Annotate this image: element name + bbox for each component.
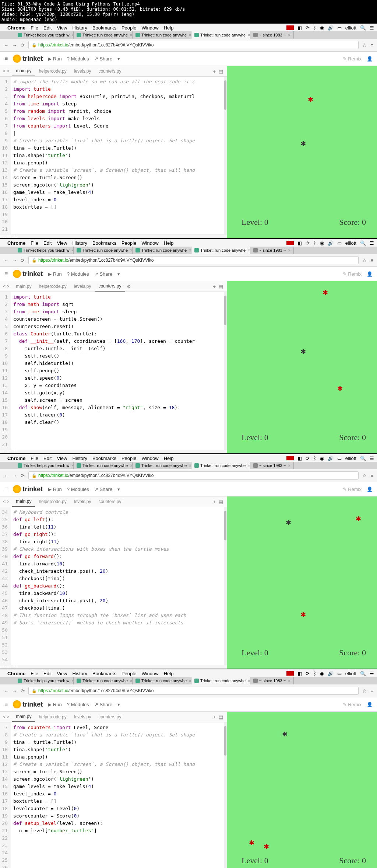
menu-item[interactable]: Window	[141, 25, 158, 31]
trinket-logo[interactable]: trinket	[13, 270, 43, 278]
scrollbar-horizontal[interactable]	[0, 234, 227, 238]
hamburger-icon[interactable]: ≡	[4, 701, 8, 708]
user-icon[interactable]: 👤	[367, 271, 373, 277]
hamburger-icon[interactable]: ≡	[4, 271, 8, 277]
remix-button[interactable]: ✎ Remix	[343, 487, 362, 492]
menu-item[interactable]: Help	[164, 25, 174, 31]
browser-tab[interactable]: Trinket helps you teach w×	[15, 247, 74, 254]
wifi-icon[interactable]: ◉	[320, 240, 324, 246]
scrollbar-horizontal[interactable]	[0, 665, 227, 669]
close-icon[interactable]: ×	[248, 463, 250, 468]
file-tab[interactable]: levels.py	[70, 66, 95, 76]
menu-item[interactable]: View	[57, 456, 67, 461]
menu-item[interactable]: Help	[164, 240, 174, 246]
battery-icon[interactable]: ▭	[337, 240, 342, 246]
bluetooth-icon[interactable]: ᛒ	[313, 671, 316, 676]
search-icon[interactable]: 🔍	[360, 240, 366, 246]
user-icon[interactable]: 👤	[367, 487, 373, 492]
menu-icon[interactable]: ☰	[370, 456, 374, 461]
close-icon[interactable]: ×	[189, 248, 191, 252]
star-icon[interactable]: ☆	[362, 258, 367, 263]
close-icon[interactable]: ×	[189, 33, 191, 37]
remix-button[interactable]: ✎ Remix	[343, 56, 362, 62]
url-input[interactable]: 🔒https://trinket.io/embed/python/1cc827b…	[28, 687, 359, 695]
menu-item[interactable]: File	[31, 456, 38, 461]
menu-item[interactable]: People	[121, 25, 136, 31]
file-tab[interactable]: levels.py	[70, 712, 95, 722]
scrollbar-vertical[interactable]	[224, 507, 227, 665]
app-name[interactable]: Chrome	[7, 240, 25, 246]
menu-item[interactable]: View	[57, 671, 67, 676]
forward-button[interactable]: →	[12, 42, 17, 48]
bluetooth-icon[interactable]: ᛒ	[313, 25, 316, 31]
close-icon[interactable]: ×	[130, 463, 132, 468]
volume-icon[interactable]: 🔊	[328, 240, 334, 246]
turtle-output[interactable]: ✱✱✱Level: 0Score: 0	[227, 712, 377, 868]
share-button[interactable]: ↗ Share	[94, 56, 112, 62]
status-icon[interactable]: ⟳	[306, 25, 310, 31]
menu-item[interactable]: File	[31, 25, 38, 31]
wifi-icon[interactable]: ◉	[320, 456, 324, 461]
file-icon[interactable]: ▤	[219, 284, 223, 289]
menu-icon[interactable]: ☰	[370, 671, 374, 676]
menu-item[interactable]: File	[31, 671, 38, 676]
app-name[interactable]: Chrome	[7, 25, 25, 31]
close-icon[interactable]: ×	[189, 463, 191, 468]
menu-item[interactable]: History	[72, 671, 87, 676]
file-tab[interactable]: counters.py	[95, 497, 125, 506]
close-icon[interactable]: ×	[130, 248, 132, 252]
browser-tab[interactable]: Trinket: run code anywhe×	[74, 677, 133, 684]
tab-nav[interactable]: < >	[0, 67, 12, 75]
run-button[interactable]: ▶ Run	[48, 56, 61, 62]
browser-tab[interactable]: Trinket: run code anywhe×	[133, 247, 191, 254]
tab-nav[interactable]: < >	[0, 498, 12, 506]
volume-icon[interactable]: 🔊	[328, 456, 334, 461]
menu-item[interactable]: Edit	[43, 671, 52, 676]
file-tab[interactable]: helpercode.py	[35, 497, 70, 506]
share-button[interactable]: ↗ Share	[94, 702, 112, 707]
user-icon[interactable]: 👤	[367, 56, 373, 62]
file-icon[interactable]: ▤	[219, 69, 223, 74]
browser-tab[interactable]: Trinket: run code anywhe×	[191, 247, 250, 254]
dropdown-icon[interactable]: ▾	[117, 487, 120, 492]
turtle-output[interactable]: ✱✱✱Level: 0Score: 0	[227, 281, 377, 453]
wifi-icon[interactable]: ◉	[320, 25, 324, 31]
trinket-logo[interactable]: trinket	[13, 55, 43, 63]
search-icon[interactable]: 🔍	[360, 671, 366, 676]
trinket-logo[interactable]: trinket	[13, 700, 43, 708]
browser-tab[interactable]: Trinket: run code anywhe×	[74, 247, 133, 254]
menu-icon[interactable]: ≡	[370, 42, 373, 48]
browser-tab[interactable]: Trinket helps you teach w×	[15, 31, 74, 39]
close-icon[interactable]: ×	[248, 248, 250, 252]
forward-button[interactable]: →	[12, 258, 17, 263]
close-icon[interactable]: ×	[288, 679, 290, 683]
battery-icon[interactable]: ▭	[337, 671, 342, 676]
dropdown-icon[interactable]: ▾	[117, 271, 120, 277]
back-button[interactable]: ←	[4, 42, 8, 48]
reload-button[interactable]: ⟳	[21, 473, 25, 478]
browser-tab[interactable]: Trinket: run code anywhe×	[191, 31, 250, 39]
close-icon[interactable]: ×	[248, 679, 250, 683]
status-icon[interactable]: ⟳	[306, 456, 310, 461]
status-icon[interactable]: ⟳	[306, 240, 310, 246]
volume-icon[interactable]: 🔊	[328, 25, 334, 31]
app-name[interactable]: Chrome	[7, 671, 25, 676]
browser-tab[interactable]: ~ since 1983 ~×	[250, 247, 294, 254]
file-tab[interactable]: levels.py	[70, 282, 95, 291]
scrollbar-vertical[interactable]	[224, 77, 227, 234]
menu-item[interactable]: Bookmarks	[92, 456, 116, 461]
browser-tab[interactable]: Trinket: run code anywhe×	[133, 462, 191, 469]
code-lines[interactable]: from counters import Level, Score# Creat…	[11, 722, 197, 868]
menu-icon[interactable]: ☰	[370, 25, 374, 31]
app-name[interactable]: Chrome	[7, 456, 25, 461]
reload-button[interactable]: ⟳	[21, 688, 25, 694]
menu-item[interactable]: Bookmarks	[92, 25, 116, 31]
status-icon[interactable]: ◧	[297, 671, 302, 676]
menu-item[interactable]: Bookmarks	[92, 671, 116, 676]
browser-tab[interactable]: ~ since 1983 ~×	[250, 31, 294, 39]
code-area[interactable]: 123456789101112131415161718192021import …	[0, 292, 227, 450]
user-icon[interactable]: 👤	[367, 702, 373, 707]
search-icon[interactable]: 🔍	[360, 456, 366, 461]
browser-tab[interactable]: Trinket: run code anywhe×	[74, 462, 133, 469]
battery-icon[interactable]: ▭	[337, 456, 342, 461]
